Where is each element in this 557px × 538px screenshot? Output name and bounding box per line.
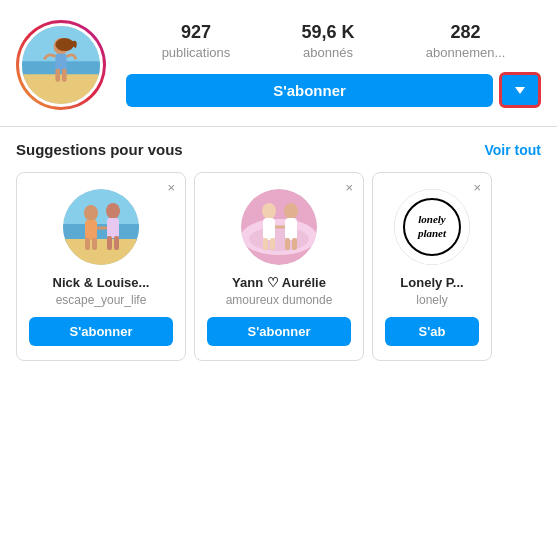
svg-rect-6 — [55, 69, 60, 82]
close-icon-1[interactable]: × — [167, 181, 175, 194]
svg-rect-29 — [285, 238, 290, 250]
card-avatar-3: lonely planet — [394, 189, 470, 265]
card-subscribe-button-3[interactable]: S'ab — [385, 317, 479, 346]
stat-followers: 59,6 K abonnés — [302, 22, 355, 61]
card-username-3: lonely — [385, 293, 479, 307]
publications-count: 927 — [181, 22, 211, 44]
svg-rect-18 — [114, 236, 119, 250]
svg-point-15 — [106, 203, 120, 219]
view-all-link[interactable]: Voir tout — [484, 142, 541, 158]
svg-point-27 — [284, 203, 298, 219]
card-username-2: amoureux dumonde — [207, 293, 351, 307]
suggestions-title: Suggestions pour vous — [16, 141, 183, 158]
svg-text:lonely: lonely — [418, 213, 446, 225]
svg-rect-12 — [85, 220, 97, 240]
chevron-down-icon — [515, 87, 525, 94]
suggestion-card-1: × — [16, 172, 186, 361]
card-subscribe-button-1[interactable]: S'abonner — [29, 317, 173, 346]
stats-row: 927 publications 59,6 K abonnés 282 abon… — [126, 22, 541, 61]
stat-publications: 927 publications — [162, 22, 231, 61]
svg-rect-17 — [107, 236, 112, 250]
following-label: abonnemen... — [426, 45, 506, 60]
profile-avatar-wrapper — [16, 20, 106, 110]
card-name-3: Lonely P... — [385, 275, 479, 290]
profile-avatar — [19, 23, 103, 107]
suggestion-card-3: × lonely planet Lonely P... lonely S'ab — [372, 172, 492, 361]
following-count: 282 — [451, 22, 481, 44]
svg-point-22 — [249, 227, 309, 251]
card-name-1: Nick & Louise... — [29, 275, 173, 290]
svg-rect-25 — [263, 238, 268, 250]
card-avatar-2 — [241, 189, 317, 265]
svg-point-23 — [262, 203, 276, 219]
suggestions-header: Suggestions pour vous Voir tout — [16, 141, 541, 158]
svg-rect-30 — [292, 238, 297, 250]
close-icon-3[interactable]: × — [473, 181, 481, 194]
button-row: S'abonner — [126, 72, 541, 108]
svg-rect-28 — [285, 218, 297, 240]
svg-rect-24 — [263, 218, 275, 240]
profile-section: 927 publications 59,6 K abonnés 282 abon… — [0, 0, 557, 126]
dropdown-button[interactable] — [499, 72, 541, 108]
card-username-1: escape_your_life — [29, 293, 173, 307]
publications-label: publications — [162, 45, 231, 60]
svg-text:planet: planet — [417, 227, 447, 239]
suggestion-card-2: × — [194, 172, 364, 361]
close-icon-2[interactable]: × — [345, 181, 353, 194]
suggestions-cards: × — [16, 172, 541, 361]
svg-rect-2 — [22, 74, 100, 104]
svg-rect-16 — [107, 218, 119, 238]
stats-section: 927 publications 59,6 K abonnés 282 abon… — [126, 22, 541, 109]
card-name-2: Yann ♡ Aurélie — [207, 275, 351, 290]
suggestions-section: Suggestions pour vous Voir tout × — [0, 127, 557, 361]
card-avatar-1 — [63, 189, 139, 265]
svg-rect-10 — [63, 239, 139, 265]
svg-rect-26 — [270, 238, 275, 250]
svg-rect-14 — [92, 238, 97, 250]
card-subscribe-button-2[interactable]: S'abonner — [207, 317, 351, 346]
svg-rect-7 — [62, 69, 67, 82]
svg-rect-13 — [85, 238, 90, 250]
svg-point-11 — [84, 205, 98, 221]
subscribe-button[interactable]: S'abonner — [126, 74, 493, 107]
stat-following: 282 abonnemen... — [426, 22, 506, 61]
svg-rect-5 — [55, 54, 66, 71]
followers-count: 59,6 K — [302, 22, 355, 44]
followers-label: abonnés — [303, 45, 353, 60]
